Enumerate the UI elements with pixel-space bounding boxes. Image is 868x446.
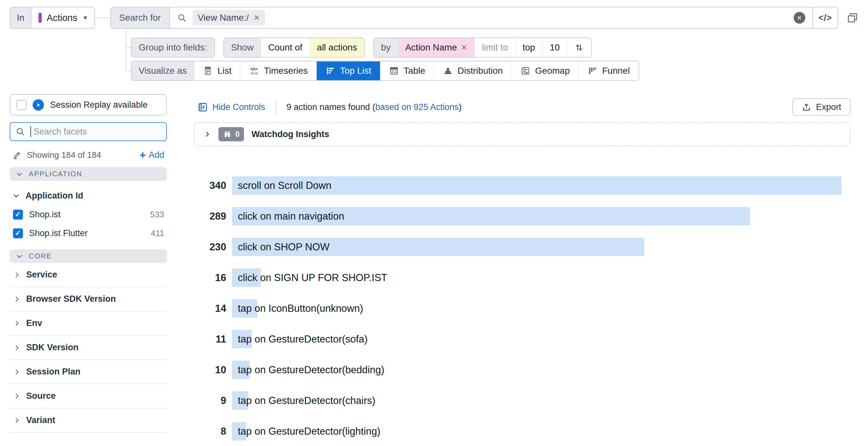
scope-value-dropdown[interactable]: Actions ▾ xyxy=(31,7,94,28)
connector-line xyxy=(95,18,110,18)
toplist-row: 16click on SIGN UP FOR SHOP.IST xyxy=(194,268,850,287)
section-application[interactable]: APPLICATION xyxy=(10,167,167,181)
bar-value: 14 xyxy=(194,303,226,315)
bar-track[interactable]: click on SIGN UP FOR SHOP.IST xyxy=(232,268,841,287)
hide-controls-label: Hide Controls xyxy=(212,102,265,112)
viz-tab-geomap[interactable]: Geomap xyxy=(512,61,579,80)
chevron-down-icon xyxy=(16,252,23,260)
bar-value: 10 xyxy=(194,364,226,376)
tree-connector-vertical xyxy=(126,29,126,71)
bar-value: 9 xyxy=(194,395,226,407)
viz-tab-label: Geomap xyxy=(535,66,570,76)
results-suffix: ) xyxy=(459,102,462,112)
clear-search-button[interactable]: ✕ xyxy=(794,12,805,24)
query-bar: In Actions ▾ Search for View Name:/ ✕ ✕ … xyxy=(10,7,858,29)
limit-value-input[interactable]: 10 xyxy=(542,38,567,57)
search-bar[interactable]: Search for View Name:/ ✕ ✕ </> xyxy=(110,7,838,29)
sidebar-facet-browser-sdk-version[interactable]: Browser SDK Version xyxy=(10,287,167,311)
bar-label: click on SIGN UP FOR SHOP.IST xyxy=(238,272,387,284)
viz-tab-label: Distribution xyxy=(458,66,503,76)
facet-option-shopist-flutter[interactable]: ✓ Shop.ist Flutter 411 xyxy=(10,227,167,240)
viz-tab-timeseries[interactable]: Timeseries xyxy=(240,61,316,80)
facet-search-box[interactable] xyxy=(10,122,167,141)
show-label: Show xyxy=(224,38,261,57)
facet-label: Variant xyxy=(26,415,55,425)
option-count: 411 xyxy=(151,228,164,238)
viz-tab-funnel[interactable]: Funnel xyxy=(579,61,639,80)
bar-value: 11 xyxy=(194,333,226,345)
sidebar-facet-service[interactable]: Service xyxy=(10,263,167,287)
bar-track[interactable]: tap on GestureDetector(lighting) xyxy=(232,422,841,441)
viz-tab-distribution[interactable]: Distribution xyxy=(434,61,512,80)
toplist-row: 10tap on GestureDetector(bedding) xyxy=(194,361,850,379)
search-filter-tag[interactable]: View Name:/ ✕ xyxy=(193,10,265,26)
option-label: Shop.ist xyxy=(29,210,61,219)
bar-label: tap on IconButton(unknown) xyxy=(238,303,363,315)
viz-tab-list[interactable]: List xyxy=(194,61,241,80)
limit-mode-selector[interactable]: top xyxy=(515,38,542,57)
remove-tag-icon[interactable]: ✕ xyxy=(253,13,260,22)
facet-label: Source xyxy=(26,391,56,401)
viz-tab-label: List xyxy=(217,66,232,76)
watchdog-count: 0 xyxy=(235,130,240,139)
facet-application-id[interactable]: Application Id xyxy=(10,189,167,202)
sort-order-button[interactable] xyxy=(567,38,591,57)
bar-track[interactable]: tap on GestureDetector(sofa) xyxy=(232,330,841,348)
chevron-right-icon xyxy=(13,368,21,376)
search-facets-input[interactable] xyxy=(34,127,161,137)
code-view-button[interactable]: </> xyxy=(812,7,838,28)
viz-tab-label: Top List xyxy=(340,66,371,76)
bar-label: tap on GestureDetector(sofa) xyxy=(238,333,367,345)
hide-controls-button[interactable]: Hide Controls xyxy=(198,102,265,112)
bar-track[interactable]: scroll on Scroll Down xyxy=(232,176,841,195)
remove-by-icon[interactable]: ✕ xyxy=(461,43,467,52)
results-prefix: 9 action names found ( xyxy=(287,102,375,112)
add-facet-button[interactable]: + Add xyxy=(140,150,164,160)
export-label: Export xyxy=(816,102,841,112)
sidebar-facet-sdk-version[interactable]: SDK Version xyxy=(10,336,167,360)
export-button[interactable]: Export xyxy=(793,98,850,116)
visualize-row: Visualize as ListTimeseriesTop ListTable… xyxy=(131,61,639,81)
facet-option-shopist[interactable]: ✓ Shop.ist 533 xyxy=(10,208,167,221)
table-chart-icon xyxy=(389,66,399,76)
chevron-down-icon xyxy=(16,170,23,178)
list-chart-icon xyxy=(203,66,213,76)
bar-track[interactable]: tap on GestureDetector(chairs) xyxy=(232,391,841,410)
section-application-label: APPLICATION xyxy=(29,170,83,178)
play-icon xyxy=(33,99,44,111)
sidebar-facet-variant[interactable]: Variant xyxy=(10,409,167,433)
sidebar-facet-source[interactable]: Source xyxy=(10,384,167,409)
scope-in-label: In xyxy=(10,7,31,28)
chevron-right-icon[interactable] xyxy=(203,130,211,138)
viz-tab-top-list[interactable]: Top List xyxy=(316,61,380,80)
edit-facets-icon[interactable] xyxy=(12,150,22,160)
option-checkbox[interactable]: ✓ xyxy=(13,228,23,238)
count-target-selector[interactable]: all actions xyxy=(310,38,365,57)
bar-track[interactable]: tap on GestureDetector(bedding) xyxy=(232,361,841,379)
option-checkbox[interactable]: ✓ xyxy=(13,210,23,219)
viz-tab-table[interactable]: Table xyxy=(380,61,434,80)
section-core[interactable]: CORE xyxy=(10,249,167,263)
toplist-row: 340scroll on Scroll Down xyxy=(194,176,850,195)
by-value-tag[interactable]: Action Name ✕ xyxy=(398,38,474,57)
chevron-right-icon xyxy=(13,271,21,279)
toplist-row: 8tap on GestureDetector(lighting) xyxy=(194,422,850,441)
showing-count-label: Showing 184 of 184 xyxy=(27,150,101,160)
scope-selector[interactable]: In Actions ▾ xyxy=(10,7,95,29)
sidebar-facet-env[interactable]: Env xyxy=(10,311,167,336)
count-of-selector[interactable]: Count of xyxy=(261,38,310,57)
bar-track[interactable]: click on main navigation xyxy=(232,207,841,226)
bar-value: 289 xyxy=(194,211,226,222)
bar-track[interactable]: click on SHOP NOW xyxy=(232,238,841,256)
results-scope-link[interactable]: based on 925 Actions xyxy=(375,102,459,112)
by-label: by xyxy=(374,38,398,57)
bar-value: 230 xyxy=(194,241,226,253)
bar-track[interactable]: tap on IconButton(unknown) xyxy=(232,299,841,318)
toplist-row: 14tap on IconButton(unknown) xyxy=(194,299,850,318)
session-replay-checkbox[interactable]: ✓ xyxy=(17,100,27,110)
chevron-right-icon xyxy=(13,392,21,400)
session-replay-filter[interactable]: ✓ Session Replay available xyxy=(10,94,167,116)
sidebar-facet-session-plan[interactable]: Session Plan xyxy=(10,360,167,384)
watchdog-insights-panel[interactable]: 0 Watchdog Insights xyxy=(194,122,850,146)
copy-icon[interactable] xyxy=(847,12,858,24)
